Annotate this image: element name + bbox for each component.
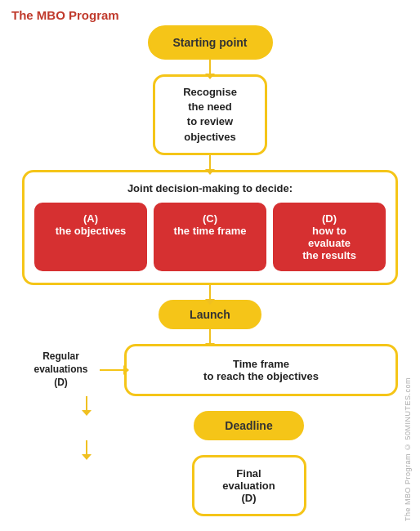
arrow-5 xyxy=(86,396,87,411)
card-c: (C) the time frame xyxy=(154,203,266,271)
page-title: The MBO Program xyxy=(0,0,420,25)
regular-evaluations-label: Regular evaluations (D) xyxy=(22,350,100,389)
final-evaluation-box: Final evaluation (D) xyxy=(192,455,306,516)
starting-point-box: Starting point xyxy=(148,25,273,60)
timeframe-box: Time frame to reach the objectives xyxy=(124,344,398,396)
card-d: (D) how to evaluate the results xyxy=(273,203,386,271)
arrow-1 xyxy=(209,60,211,74)
arrow-right-icon xyxy=(100,369,124,371)
watermark: The MBO Program © 50MINUTES.com xyxy=(404,377,412,521)
arrow-4 xyxy=(209,329,211,344)
arrow-6 xyxy=(86,440,87,455)
joint-decision-box: Joint decision-making to decide: (A) the… xyxy=(22,170,398,285)
arrow-2 xyxy=(209,155,211,170)
recognise-box: Recognise the need to review objectives xyxy=(153,74,267,155)
arrow-3 xyxy=(209,285,211,300)
card-a: (A) the objectives xyxy=(34,203,147,271)
joint-title: Joint decision-making to decide: xyxy=(34,182,386,194)
deadline-box: Deadline xyxy=(194,411,303,440)
